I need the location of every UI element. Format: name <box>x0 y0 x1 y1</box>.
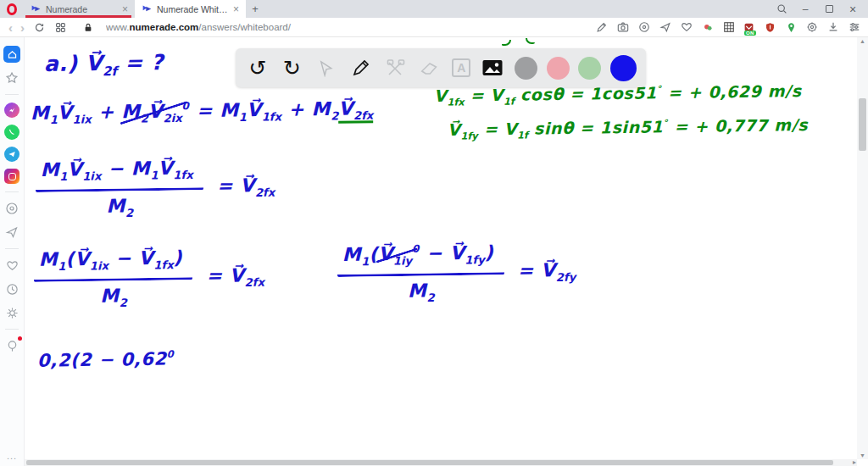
frac-v2fx-factored: M1(V⃗1ix − V⃗1fx)M2= V⃗2fx <box>34 246 265 310</box>
whatsapp-icon[interactable] <box>4 125 19 140</box>
vertical-scroll-thumb[interactable] <box>859 98 866 151</box>
my-flow-icon[interactable] <box>3 224 20 241</box>
frac-v2fy-factored: M1(V⃗1iy0 − V⃗1fy)M2= V⃗2fy <box>337 241 576 305</box>
notification-dot <box>18 336 22 341</box>
frac-v2fx-expanded: M1V⃗1ix − M1V⃗1fxM2= V⃗2fx <box>36 156 275 220</box>
label-a: a.) V⃗2f = ? <box>44 50 164 80</box>
whiteboard-canvas[interactable]: a.) V⃗2f = ?M1V⃗1ix + M2V⃗2ix0 = M1V⃗1fx… <box>25 37 857 466</box>
tab-title: Numerade <box>46 4 118 14</box>
settings-gear-icon[interactable] <box>805 20 819 34</box>
speed-dial-home-icon[interactable] <box>3 46 20 63</box>
scroll-up-icon[interactable]: ▲ <box>857 38 868 44</box>
messenger-icon[interactable] <box>4 103 19 118</box>
minimize-button[interactable]: – <box>793 0 817 18</box>
select-cursor-tool[interactable] <box>314 55 339 80</box>
player-icon[interactable] <box>3 200 20 217</box>
sheets-grid-icon[interactable] <box>722 20 736 34</box>
color-swatch-pink[interactable] <box>547 57 570 80</box>
telegram-icon[interactable] <box>4 147 19 162</box>
scroll-down-icon[interactable]: ▼ <box>857 452 868 458</box>
eq-momentum-x: M1V⃗1ix + M2V⃗2ix0 = M1V⃗1fx + M2V⃗2fx <box>31 97 374 126</box>
edit-page-icon[interactable] <box>595 20 609 34</box>
horizontal-scroll-thumb[interactable] <box>26 460 833 465</box>
numerade-favicon <box>31 3 42 14</box>
tune-sliders-icon[interactable] <box>848 20 861 34</box>
text-tool[interactable]: A <box>452 58 470 77</box>
vertical-scrollbar[interactable]: ▲ ▼ <box>857 37 868 459</box>
search-icon[interactable] <box>770 0 793 18</box>
instagram-icon[interactable] <box>4 169 19 184</box>
restore-button[interactable] <box>817 0 841 18</box>
opera-logo[interactable] <box>0 0 24 18</box>
address-bar-actions: ON <box>595 20 861 34</box>
tab-close-icon[interactable]: × <box>122 3 128 15</box>
opera-o-icon <box>7 3 17 15</box>
whiteboard-toolbar: ↺ ↻ A <box>236 48 646 87</box>
new-tab-button[interactable]: + <box>246 0 264 18</box>
extension-flower-icon[interactable] <box>701 20 715 34</box>
insert-image-tool[interactable] <box>480 55 505 80</box>
tab-close-icon[interactable]: × <box>233 3 239 15</box>
tab-numerade[interactable]: Numerade × <box>24 0 135 18</box>
eraser-tool[interactable] <box>418 55 443 80</box>
bookmarks-star-icon[interactable] <box>3 69 20 86</box>
green-v1fy: V⃗1fy = V1f sinθ = 1sin51° = + 0,777 m/s <box>448 115 808 142</box>
reload-icon[interactable] <box>32 20 46 34</box>
snapshot-camera-icon[interactable] <box>616 20 630 34</box>
history-clock-icon[interactable] <box>3 280 20 297</box>
back-icon[interactable]: ‹ <box>8 21 13 34</box>
pen-tool[interactable] <box>348 55 374 80</box>
likes-heart-icon[interactable] <box>3 257 20 274</box>
lock-icon[interactable] <box>81 20 95 34</box>
tab-title: Numerade Whiteboard <box>157 4 229 14</box>
color-swatch-green[interactable] <box>578 57 601 80</box>
url-field[interactable]: www.numerade.com/answers/whiteboard/ <box>106 22 587 32</box>
send-to-flow-icon[interactable] <box>659 20 672 34</box>
color-swatch-gray[interactable] <box>515 57 537 80</box>
tab-numerade-whiteboard[interactable]: Numerade Whiteboard × <box>135 0 246 18</box>
sidebar-overflow-button[interactable]: ... <box>7 451 17 461</box>
settings-gear-icon[interactable] <box>3 304 20 321</box>
scroll-right-icon[interactable]: ▸ <box>853 458 856 466</box>
window-controls: – × <box>770 0 868 18</box>
undo-button[interactable]: ↺ <box>245 55 270 80</box>
page-badge-icon[interactable] <box>637 20 651 34</box>
assistant-icon[interactable] <box>3 337 20 354</box>
forward-icon[interactable]: › <box>20 21 25 34</box>
partial-calc: 0,2(2 − 0,620 <box>37 348 175 371</box>
opera-sidebar: ... <box>0 37 25 466</box>
speed-dial-tiles-icon[interactable] <box>53 20 67 34</box>
tab-bar: Numerade × Numerade Whiteboard × + – × <box>0 0 868 18</box>
bookmark-heart-icon[interactable] <box>680 20 693 34</box>
shapes-tool[interactable] <box>383 55 409 80</box>
color-swatch-blue[interactable] <box>610 55 637 81</box>
close-button[interactable]: × <box>841 0 865 18</box>
address-bar: ‹ › www.numerade.com/answers/whiteboard/ <box>0 18 868 37</box>
download-icon[interactable] <box>826 20 840 34</box>
shield-extension-icon[interactable] <box>763 20 776 34</box>
extension-on-badge: ON <box>744 31 756 36</box>
maps-pin-icon[interactable] <box>784 20 798 34</box>
extension-on-icon[interactable]: ON <box>743 21 755 33</box>
redo-button[interactable]: ↻ <box>280 55 305 80</box>
numerade-favicon <box>142 3 153 14</box>
horizontal-scrollbar[interactable]: ▸ <box>25 459 857 466</box>
